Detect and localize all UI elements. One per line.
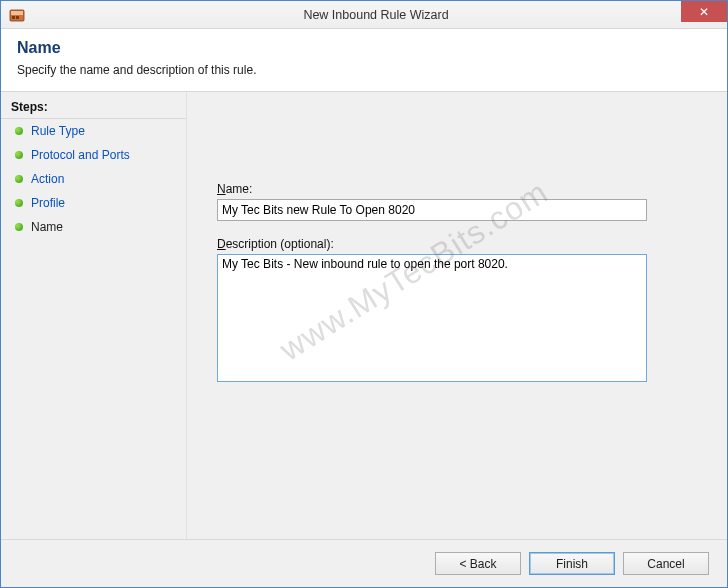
bullet-icon xyxy=(15,175,23,183)
finish-button[interactable]: Finish xyxy=(529,552,615,575)
description-field-group: Description (optional): xyxy=(217,237,697,385)
steps-header: Steps: xyxy=(1,96,186,119)
step-protocol-and-ports[interactable]: Protocol and Ports xyxy=(1,143,186,167)
wizard-window: New Inbound Rule Wizard ✕ Name Specify t… xyxy=(0,0,728,588)
name-input[interactable] xyxy=(217,199,647,221)
app-icon xyxy=(9,7,25,23)
name-field-group: Name: xyxy=(217,182,697,221)
steps-sidebar: Steps: Rule Type Protocol and Ports Acti… xyxy=(1,92,187,539)
bullet-icon xyxy=(15,151,23,159)
name-label: Name: xyxy=(217,182,697,196)
main-panel: www.MyTecBits.com Name: Description (opt… xyxy=(187,92,727,539)
step-label: Name xyxy=(31,220,63,234)
step-label: Profile xyxy=(31,196,65,210)
back-button-label: < Back xyxy=(459,557,496,571)
step-label: Protocol and Ports xyxy=(31,148,130,162)
cancel-button-label: Cancel xyxy=(647,557,684,571)
close-button[interactable]: ✕ xyxy=(681,1,727,22)
close-icon: ✕ xyxy=(699,5,709,19)
window-title: New Inbound Rule Wizard xyxy=(25,8,727,22)
bullet-icon xyxy=(15,223,23,231)
page-subtitle: Specify the name and description of this… xyxy=(17,63,711,77)
step-label: Rule Type xyxy=(31,124,85,138)
description-input[interactable] xyxy=(217,254,647,382)
button-row: < Back Finish Cancel xyxy=(1,539,727,587)
step-name[interactable]: Name xyxy=(1,215,186,239)
step-action[interactable]: Action xyxy=(1,167,186,191)
description-label: Description (optional): xyxy=(217,237,697,251)
step-rule-type[interactable]: Rule Type xyxy=(1,119,186,143)
back-button[interactable]: < Back xyxy=(435,552,521,575)
bullet-icon xyxy=(15,199,23,207)
step-label: Action xyxy=(31,172,64,186)
finish-button-label: Finish xyxy=(556,557,588,571)
cancel-button[interactable]: Cancel xyxy=(623,552,709,575)
svg-rect-1 xyxy=(11,11,23,15)
step-profile[interactable]: Profile xyxy=(1,191,186,215)
svg-rect-2 xyxy=(12,16,15,19)
page-title: Name xyxy=(17,39,711,57)
header-section: Name Specify the name and description of… xyxy=(1,29,727,92)
bullet-icon xyxy=(15,127,23,135)
svg-rect-3 xyxy=(16,16,19,19)
titlebar: New Inbound Rule Wizard ✕ xyxy=(1,1,727,29)
body-section: Steps: Rule Type Protocol and Ports Acti… xyxy=(1,92,727,539)
